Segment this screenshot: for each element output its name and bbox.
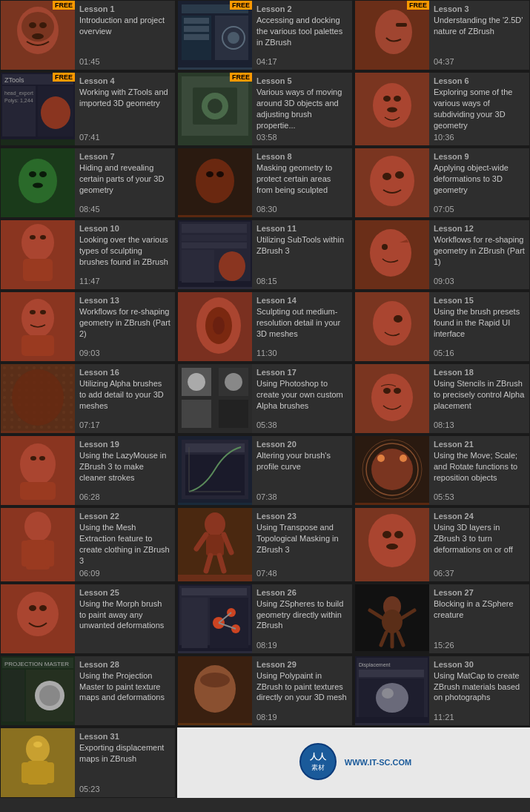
lesson-item[interactable]: Lesson 6Exploring some of the various wa… [354, 72, 530, 146]
lesson-title: Hiding and revealing certain parts of yo… [79, 162, 170, 202]
lesson-info: Lesson 3Understanding the '2.5D' nature … [429, 1, 529, 70]
lesson-info: Lesson 29Using Polypaint in ZBrush to pa… [252, 656, 352, 725]
free-badge: FREE [53, 1, 75, 10]
svg-point-108 [400, 455, 407, 462]
lesson-item[interactable]: Lesson 9Applying object-wide deformation… [354, 148, 530, 218]
svg-point-40 [39, 171, 47, 177]
watermark-url: WWW.IT-SC.COM [345, 758, 411, 767]
free-badge: FREE [230, 1, 252, 10]
lesson-info: Lesson 22Using the Mesh Extraction featu… [75, 508, 175, 581]
svg-point-51 [21, 224, 54, 261]
lesson-title: Using the Mesh Extraction feature to cre… [79, 522, 170, 566]
lesson-title: Masking geometry to protect certain area… [256, 162, 348, 202]
lesson-item[interactable]: Lesson 27Blocking in a ZSphere creature1… [354, 584, 530, 654]
lesson-info: Lesson 21Using the Move; Scale; and Rota… [429, 436, 529, 505]
lesson-number: Lesson 14 [256, 296, 348, 305]
lesson-number: Lesson 22 [79, 512, 170, 521]
lesson-thumbnail [355, 220, 429, 289]
lesson-number: Lesson 29 [256, 660, 348, 669]
lesson-item[interactable]: Lesson 25Using the Morph brush to paint … [0, 584, 176, 654]
lesson-number: Lesson 5 [256, 76, 348, 85]
lesson-item[interactable]: Lesson 21Using the Move; Scale; and Rota… [354, 435, 530, 506]
svg-rect-170 [21, 762, 30, 783]
lesson-item[interactable]: Lesson 22Using the Mesh Extraction featu… [0, 507, 176, 581]
lesson-item[interactable]: Lesson 24Using 3D layers in ZBrush 3 to … [354, 507, 530, 581]
lesson-item[interactable]: Lesson 26Using ZSpheres to build geometr… [177, 584, 353, 654]
lesson-duration: 06:28 [79, 492, 170, 501]
svg-rect-10 [184, 18, 209, 24]
lesson-item[interactable]: Lesson 15Using the brush presets found i… [354, 291, 530, 362]
lesson-item[interactable]: Lesson 16Utilizing Alpha brushes to add … [0, 363, 176, 434]
lesson-info: Lesson 14Sculpting out medium-resolution… [252, 292, 352, 361]
svg-point-123 [382, 531, 391, 538]
lesson-item[interactable]: FREELesson 3Understanding the '2.5D' nat… [354, 0, 530, 70]
svg-point-53 [30, 235, 36, 240]
svg-rect-58 [182, 235, 247, 241]
lesson-duration: 11:47 [79, 277, 170, 285]
lesson-thumbnail [355, 364, 429, 433]
lesson-item[interactable]: Lesson 7Hiding and revealing certain par… [0, 148, 176, 218]
lesson-item[interactable]: Lesson 13Workflows for re-shaping geomet… [0, 291, 176, 362]
svg-point-165 [376, 683, 408, 713]
lesson-number: Lesson 3 [434, 4, 525, 13]
lesson-number: Lesson 4 [79, 76, 170, 85]
lesson-duration: 07:48 [256, 569, 348, 578]
lesson-thumbnail [178, 364, 252, 433]
svg-rect-132 [182, 588, 247, 595]
lesson-item[interactable]: FREELesson 5Various ways of moving aroun… [177, 72, 353, 146]
svg-point-66 [21, 299, 54, 337]
svg-point-35 [394, 96, 401, 102]
svg-text:Polys: 1,244: Polys: 1,244 [4, 98, 33, 104]
svg-point-95 [30, 456, 36, 461]
lesson-item[interactable]: Lesson 29Using Polypaint in ZBrush to pa… [177, 656, 353, 726]
lesson-item[interactable]: ZToolshead_exportPolys: 1,244FREELesson … [0, 72, 176, 146]
svg-point-14 [228, 32, 239, 44]
lesson-info: Lesson 6Exploring some of the various wa… [429, 73, 529, 145]
lesson-item[interactable]: Lesson 10Looking over the various types … [0, 219, 176, 290]
lesson-item[interactable]: Lesson 12Workflows for re-shaping geomet… [354, 219, 530, 290]
lesson-item[interactable]: Lesson 18Using Stencils in ZBrush to pre… [354, 363, 530, 434]
lesson-duration: 06:37 [434, 569, 525, 578]
lesson-item[interactable]: Lesson 17Using Photoshop to create your … [177, 363, 353, 434]
lesson-item[interactable]: FREELesson 2Accessing and docking the va… [177, 0, 353, 70]
svg-point-80 [12, 369, 64, 426]
lesson-thumbnail [178, 220, 252, 289]
svg-point-166 [382, 688, 394, 699]
lesson-info: Lesson 23Using Transpose and Topological… [252, 508, 352, 581]
lesson-item[interactable]: Lesson 14Sculpting out medium-resolution… [177, 291, 353, 362]
lesson-item[interactable]: FREELesson 1Introduction and project ove… [0, 0, 176, 70]
lesson-item[interactable]: Lesson 19Using the LazyMouse in ZBrush 3… [0, 435, 176, 506]
svg-point-16 [375, 10, 412, 54]
lesson-item[interactable]: Lesson 23Using Transpose and Topological… [177, 507, 353, 581]
lesson-number: Lesson 8 [256, 152, 348, 161]
lesson-item[interactable]: Lesson 11Utilizing SubTools within ZBrus… [177, 219, 353, 290]
lesson-info: Lesson 11Utilizing SubTools within ZBrus… [252, 220, 352, 289]
svg-point-49 [395, 171, 404, 179]
lesson-item[interactable]: DisplacementLesson 30Using MatCap to cre… [354, 656, 530, 726]
svg-point-26 [41, 96, 70, 129]
lesson-item[interactable]: Lesson 8Masking geometry to protect cert… [177, 148, 353, 218]
lesson-item[interactable]: Lesson 31Exporting displacement maps in … [0, 727, 176, 798]
lesson-number: Lesson 9 [434, 152, 525, 161]
lesson-title: Using Stencils in ZBrush to precisely co… [434, 378, 525, 418]
svg-rect-85 [219, 400, 248, 428]
lesson-item[interactable]: Lesson 20Altering your brush's profile c… [177, 435, 353, 506]
svg-rect-112 [21, 541, 30, 567]
svg-rect-84 [182, 400, 211, 428]
svg-point-5 [32, 33, 44, 39]
lesson-info: Lesson 19Using the LazyMouse in ZBrush 3… [75, 436, 175, 505]
lesson-duration: 05:23 [79, 785, 170, 793]
lesson-thumbnail [1, 292, 75, 361]
lesson-duration: 03:58 [256, 133, 348, 142]
lesson-number: Lesson 6 [434, 76, 525, 85]
lesson-title: Using the brush presets found in the Rap… [434, 306, 525, 346]
svg-rect-11 [184, 26, 209, 32]
lesson-thumbnail [178, 508, 252, 581]
lesson-item[interactable]: PROJECTION MASTERLesson 28Using the Proj… [0, 656, 176, 726]
lesson-info: Lesson 28Using the Projection Master to … [75, 656, 175, 725]
svg-point-61 [219, 251, 245, 281]
lesson-duration: 04:17 [256, 57, 348, 66]
lesson-duration: 09:03 [79, 349, 170, 357]
svg-point-142 [382, 610, 403, 633]
lesson-number: Lesson 7 [79, 152, 170, 161]
